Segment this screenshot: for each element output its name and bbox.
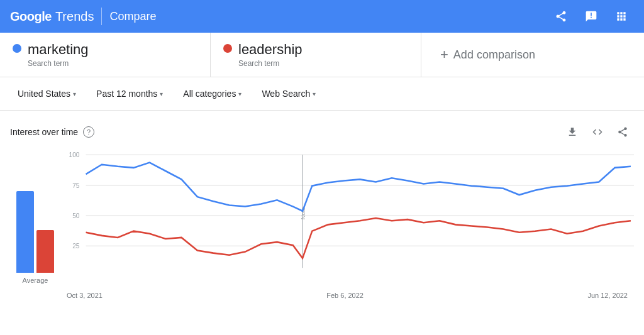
chart-main: 100 75 50 25 Note Oct 3, 2021 Feb 6, 202… xyxy=(60,148,634,299)
chart-header: Interest over time ? xyxy=(10,121,634,143)
marketing-avg-bar xyxy=(16,191,34,273)
header-icons xyxy=(548,4,634,29)
chart-container: Average 100 75 50 25 Note xyxy=(10,148,634,299)
chevron-down-icon: ▾ xyxy=(238,91,242,97)
apps-icon xyxy=(615,10,628,23)
header: Google Trends Compare xyxy=(0,0,644,33)
add-plus-icon: + xyxy=(440,47,448,63)
search-term-2[interactable]: leadership Search term xyxy=(211,33,421,77)
filter-region-label: United States xyxy=(18,89,70,99)
page-title: Compare xyxy=(109,10,156,23)
google-trends-logo: Google Trends xyxy=(10,9,94,24)
share-chart-button[interactable] xyxy=(611,121,634,143)
svg-text:100: 100 xyxy=(69,151,80,158)
filters-row: United States ▾ Past 12 months ▾ All cat… xyxy=(0,77,644,111)
search-term-1[interactable]: marketing Search term xyxy=(0,33,211,77)
term1-info: marketing Search term xyxy=(28,41,89,68)
chevron-down-icon: ▾ xyxy=(160,91,163,97)
filter-search-type-label: Web Search xyxy=(262,89,310,99)
x-label-2: Feb 6, 2022 xyxy=(326,292,364,299)
add-comparison-button[interactable]: + Add comparison xyxy=(440,47,535,63)
download-button[interactable] xyxy=(561,121,584,143)
embed-icon xyxy=(592,126,603,138)
line-chart-svg: 100 75 50 25 Note xyxy=(60,148,634,284)
help-icon[interactable]: ? xyxy=(83,126,94,138)
add-comparison-label: Add comparison xyxy=(453,48,535,62)
x-label-1: Oct 3, 2021 xyxy=(67,292,103,299)
leadership-line xyxy=(86,218,631,258)
chart-title: Interest over time xyxy=(10,127,78,137)
chart-title-row: Interest over time ? xyxy=(10,126,94,138)
embed-button[interactable] xyxy=(586,121,609,143)
term1-type: Search term xyxy=(28,59,89,68)
download-icon xyxy=(567,126,578,138)
marketing-line xyxy=(86,163,631,211)
filter-time[interactable]: Past 12 months ▾ xyxy=(89,84,170,104)
chart-left: Average xyxy=(10,148,60,299)
leadership-avg-bar xyxy=(36,230,54,273)
term2-dot xyxy=(223,44,232,53)
header-divider xyxy=(101,8,102,25)
term1-dot xyxy=(13,44,21,53)
term2-info: leadership Search term xyxy=(238,41,303,68)
filter-category-label: All categories xyxy=(183,89,236,99)
x-axis-labels: Oct 3, 2021 Feb 6, 2022 Jun 12, 2022 xyxy=(60,292,634,299)
filter-category[interactable]: All categories ▾ xyxy=(175,84,249,104)
svg-text:25: 25 xyxy=(72,243,80,250)
filter-region[interactable]: United States ▾ xyxy=(10,84,84,104)
avg-label: Average xyxy=(23,277,48,284)
chevron-down-icon: ▾ xyxy=(313,91,316,97)
term2-name: leadership xyxy=(238,41,303,58)
filter-time-label: Past 12 months xyxy=(96,89,157,99)
share-icon xyxy=(617,126,628,138)
share-button[interactable] xyxy=(548,4,574,29)
feedback-icon xyxy=(585,10,597,23)
svg-text:75: 75 xyxy=(72,182,80,189)
chart-actions xyxy=(561,121,634,143)
x-label-3: Jun 12, 2022 xyxy=(587,292,628,299)
svg-text:50: 50 xyxy=(72,212,80,219)
chart-section: Interest over time ? xyxy=(0,111,644,299)
term1-name: marketing xyxy=(28,41,89,58)
filter-search-type[interactable]: Web Search ▾ xyxy=(254,84,323,104)
feedback-button[interactable] xyxy=(579,4,604,29)
apps-button[interactable] xyxy=(609,4,634,29)
header-left: Google Trends Compare xyxy=(10,8,156,25)
add-comparison-cell: + Add comparison xyxy=(421,33,644,77)
average-bar-chart xyxy=(16,172,54,273)
logo-trends: Trends xyxy=(55,9,94,24)
term2-type: Search term xyxy=(238,59,303,68)
help-label: ? xyxy=(87,128,91,136)
logo-google: Google xyxy=(10,9,52,24)
share-icon xyxy=(555,10,567,23)
chevron-down-icon: ▾ xyxy=(73,91,76,97)
search-terms-row: marketing Search term leadership Search … xyxy=(0,33,644,77)
